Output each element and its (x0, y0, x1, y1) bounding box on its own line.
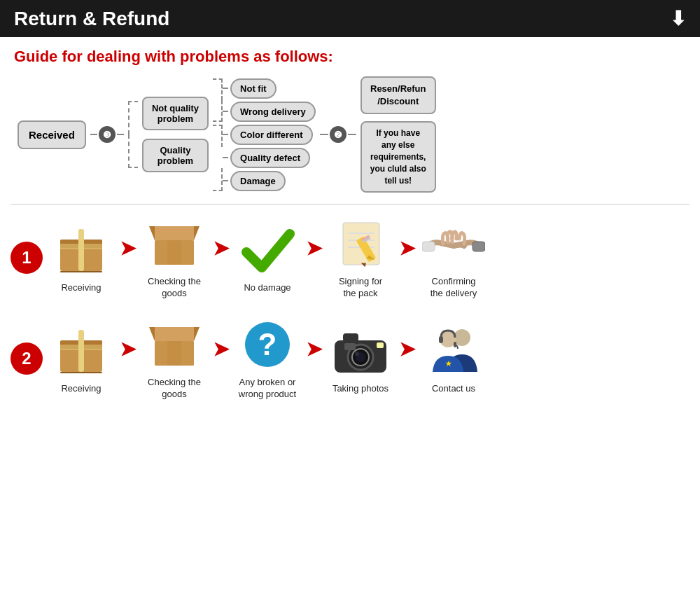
svg-rect-27 (60, 372, 102, 373)
svg-rect-31 (155, 327, 194, 341)
svg-rect-41 (343, 333, 358, 342)
arrow-1a: ➤ (120, 237, 136, 260)
arrow-2a: ➤ (120, 338, 136, 361)
bracket-group-top: Not fit Wrong delivery (213, 78, 316, 122)
box-closed-icon (50, 222, 113, 278)
step1-nodamage-label: No damage (244, 282, 290, 294)
quality-defect-box: Quality defect (230, 148, 310, 168)
bracket-t2 (213, 125, 223, 147)
bracket-group-bottom: Color different Quality defect Damage (213, 125, 316, 191)
bracket-b2 (213, 168, 223, 190)
guide-section: Guide for dealing with problems as follo… (0, 37, 700, 200)
quality-problem-box: Qualityproblem (142, 139, 209, 172)
step2-checking-label: Checking thegoods (148, 377, 201, 401)
step2-broken-label: Any broken orwrong product (239, 377, 296, 401)
arrow-2d: ➤ (399, 338, 415, 361)
step-2-number: 2 (10, 342, 43, 375)
step1-confirming: Confirmingthe delivery (422, 216, 485, 300)
not-quality-box: Not qualityproblem (142, 97, 209, 130)
step2-receiving-label: Receiving (61, 383, 101, 395)
svg-rect-10 (167, 240, 181, 265)
agent-icon (422, 323, 485, 379)
middle-problems: Not qualityproblem Qualityproblem (142, 97, 209, 172)
step1-signing: Signing forthe pack (329, 216, 392, 300)
h-line-dm (223, 180, 228, 181)
h-line-3 (320, 134, 328, 135)
step1-checking: Checking thegoods (143, 216, 206, 300)
received-box: Received (18, 120, 86, 149)
damage-box: Damage (230, 171, 286, 191)
connector-1: ❸ (90, 126, 124, 143)
step2-contact-label: Contact us (432, 383, 475, 395)
right-branch-1: Not fit Wrong delivery (213, 78, 316, 191)
checkmark-icon (236, 222, 299, 278)
step-2-row: 2 Receiving ➤ (10, 310, 690, 408)
step2-checking: Checking thegoods (143, 317, 206, 401)
step1-receiving-label: Receiving (61, 282, 101, 294)
svg-rect-22 (472, 242, 485, 251)
step1-confirming-label: Confirmingthe delivery (430, 276, 477, 300)
header: Return & Refund ⬇ (0, 0, 700, 37)
svg-rect-3 (60, 244, 102, 249)
svg-rect-21 (422, 242, 435, 251)
question-icon: ? (236, 317, 299, 373)
v-bracket-bottom (213, 125, 223, 191)
quality-defect-row: Quality defect (223, 148, 313, 168)
connector-2: ❷ (320, 126, 356, 143)
h-line-cd (223, 134, 228, 135)
branch-top (128, 101, 138, 134)
bracket-t1 (213, 78, 223, 100)
step2-photos: Taking photos (329, 323, 392, 395)
bracket-top (128, 101, 138, 134)
svg-rect-25 (78, 330, 84, 372)
box-open-icon-2 (143, 317, 206, 373)
svg-text:?: ? (258, 327, 277, 361)
step-1-number: 1 (10, 242, 43, 274)
not-fit-row: Not fit (223, 78, 316, 99)
if-you-have-box: If you haveany elserequirements,you clul… (360, 121, 436, 193)
not-fit-box: Not fit (230, 78, 276, 99)
guide-title: Guide for dealing with problems as follo… (14, 48, 686, 66)
circle-2: ❷ (330, 126, 346, 143)
step2-receiving: Receiving (50, 323, 113, 395)
left-branch (128, 101, 138, 168)
bracket-b1 (213, 100, 223, 122)
wrong-delivery-row: Wrong delivery (223, 102, 316, 122)
arrow-2b: ➤ (213, 338, 229, 361)
svg-rect-33 (167, 341, 181, 366)
v-bracket-top (213, 78, 223, 122)
h-line-1 (90, 134, 97, 135)
step1-receiving: Receiving (50, 222, 113, 294)
sub-items-bottom: Color different Quality defect Damage (223, 125, 313, 191)
sub-items-top: Not fit Wrong delivery (223, 78, 316, 122)
h-line-qd (223, 157, 228, 158)
svg-rect-46 (439, 336, 443, 343)
page-title: Return & Refund (14, 8, 169, 30)
resen-refund-box: Resen/Refun/Discount (360, 76, 436, 114)
svg-rect-2 (78, 229, 84, 271)
divider (10, 204, 690, 205)
bracket-bottom (128, 134, 138, 168)
circle-3: ❸ (99, 126, 115, 143)
pencil-icon (329, 216, 392, 272)
damage-row: Damage (223, 171, 313, 191)
step2-broken: ? Any broken orwrong product (236, 317, 299, 401)
svg-rect-42 (377, 342, 384, 348)
flowchart: Received ❸ Not qualityproblem Qualitypro… (14, 76, 686, 193)
svg-rect-43 (344, 343, 356, 350)
color-different-box: Color different (230, 125, 313, 145)
color-diff-row: Color different (223, 125, 313, 145)
arrow-1d: ➤ (399, 237, 415, 260)
h-line-2 (117, 134, 124, 135)
step1-signing-label: Signing forthe pack (339, 276, 382, 300)
camera-icon (329, 323, 392, 379)
arrow-2c: ➤ (306, 338, 322, 361)
step1-nodamage: No damage (236, 222, 299, 294)
h-line-wd (223, 111, 228, 112)
step2-photos-label: Taking photos (332, 383, 388, 395)
svg-rect-4 (60, 271, 102, 272)
steps-section: 1 Receiving ➤ (0, 209, 700, 408)
h-line-nf (223, 88, 228, 89)
wrong-delivery-box: Wrong delivery (230, 102, 316, 122)
step2-contact: Contact us (422, 323, 485, 395)
